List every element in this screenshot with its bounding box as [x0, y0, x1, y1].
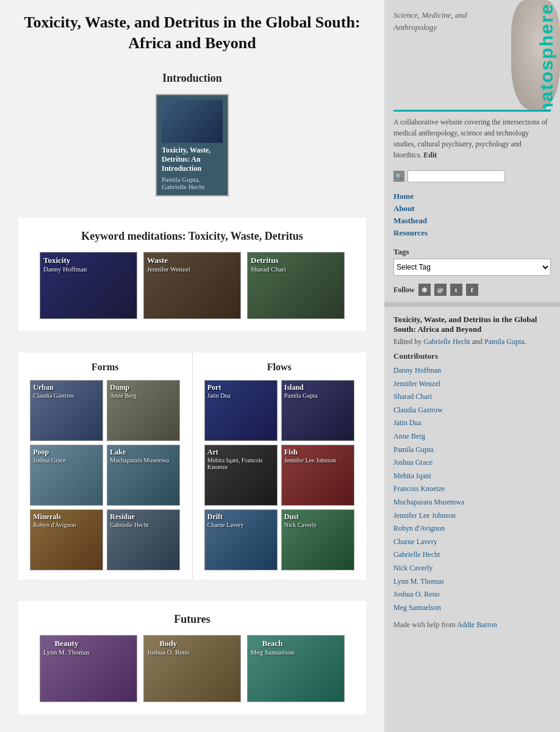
sidebar: Somatosphere Science, Medicine, and Anth…	[384, 0, 560, 732]
card-urban[interactable]: Urban Claudia Gastrow	[30, 380, 103, 441]
contributor-robyn-davignon[interactable]: Robyn d'Avignon	[393, 522, 551, 536]
card-dust[interactable]: Dust Nick Caverly	[281, 509, 354, 570]
card-minerals-author: Robyn d'Avignon	[33, 522, 76, 528]
card-poop-title: Poop	[33, 448, 66, 457]
kw-author-waste: Jennifer Wenzel	[147, 265, 190, 273]
contributor-jatin-dua[interactable]: Jatin Dua	[393, 417, 551, 430]
addie-barron-link[interactable]: Addie Barron	[457, 620, 497, 629]
card-dump-title: Dump	[110, 383, 136, 392]
card-lake-author: Muchaparara Musemwa	[110, 457, 169, 464]
twitter-icon[interactable]: t	[450, 284, 462, 296]
card-lake[interactable]: Lake Muchaparara Musemwa	[107, 445, 180, 506]
contributor-joshua-reno[interactable]: Joshua O. Reno	[393, 588, 551, 601]
search-input[interactable]	[407, 170, 505, 182]
card-dust-author: Nick Caverly	[284, 522, 317, 528]
contributor-lynn-thomas[interactable]: Lynn M. Thomas	[393, 575, 551, 589]
card-art[interactable]: Art Mehita Iqani, Francois Knoetze	[204, 445, 278, 506]
editor2-link[interactable]: Pamila Gupta	[484, 337, 525, 346]
contributor-claudia-gastrow[interactable]: Claudia Gastrow	[393, 404, 551, 417]
forms-section: Forms Urban Claudia Gastrow Dump Anne	[18, 353, 192, 580]
keyword-section-title: Keyword meditations: Toxicity, Waste, De…	[31, 230, 354, 243]
card-island[interactable]: Island Pamila Gupta	[281, 380, 354, 441]
intro-card[interactable]: Toxicity, Waste, Detritus: An Introducti…	[156, 94, 229, 196]
kw-card-waste[interactable]: Waste Jennifer Wenzel	[143, 252, 241, 319]
card-dump[interactable]: Dump Anne Berg	[107, 380, 180, 441]
keyword-cards: Toxicity Danny Hoffman Waste Jennifer We…	[31, 252, 354, 319]
flows-grid: Port Jatin Dua Island Pamila Gupta	[199, 380, 361, 570]
editor1-link[interactable]: Gabrielle Hecht	[423, 337, 470, 346]
card-residue-title: Residue	[110, 512, 149, 522]
contributor-jennifer-lee-johnson[interactable]: Jennifer Lee Johnson	[393, 509, 551, 523]
email-icon[interactable]: @	[434, 284, 447, 296]
nav-home[interactable]: Home	[393, 190, 551, 203]
keyword-section: Keyword meditations: Toxicity, Waste, De…	[18, 218, 366, 331]
card-beauty-author: Lynn M. Thomas	[43, 648, 90, 656]
card-drift[interactable]: Drift Charne Lavery	[204, 509, 278, 570]
nav-about[interactable]: About	[393, 203, 551, 215]
contributors-title: Contributors	[393, 351, 551, 361]
contributor-charne-lavery[interactable]: Charne Lavery	[393, 536, 551, 549]
contributor-pamila-gupta[interactable]: Pamila Gupta	[393, 443, 551, 457]
card-beach[interactable]: Beach Meg Samuelson	[247, 635, 345, 702]
card-beauty-title: Beauty	[43, 639, 90, 648]
facebook-icon[interactable]: f	[466, 284, 478, 296]
card-body[interactable]: Body Joshua O. Reno	[143, 635, 241, 702]
card-island-title: Island	[284, 383, 318, 392]
card-beach-title: Beach	[251, 639, 294, 648]
card-poop[interactable]: Poop Joshua Grace	[30, 445, 103, 506]
forms-flows-section: Forms Urban Claudia Gastrow Dump Anne	[18, 353, 366, 580]
intro-section: Introduction Toxicity, Waste, Detritus: …	[18, 72, 366, 196]
contributor-jennifer-wenzel[interactable]: Jennifer Wenzel	[393, 378, 551, 391]
card-body-title: Body	[147, 639, 189, 648]
sidebar-description: A collaborative website covering the int…	[384, 112, 560, 165]
kw-title-detritus: Detritus	[251, 256, 286, 265]
kw-author-detritus: Sharad Chari	[251, 265, 286, 273]
card-beach-author: Meg Samuelson	[251, 648, 294, 656]
card-body-author: Joshua O. Reno	[147, 648, 189, 656]
somatosphere-brand: Somatosphere	[536, 3, 557, 110]
intro-card-title: Toxicity, Waste, Detritus: An Introducti…	[162, 146, 223, 173]
follow-row: Follow ⊕ @ t f	[384, 281, 560, 299]
contributor-francois-knoetze[interactable]: Francois Knoetze	[393, 483, 551, 496]
card-beauty[interactable]: Beauty Lynn M. Thomas	[40, 635, 137, 702]
card-port[interactable]: Port Jatin Dua	[204, 380, 278, 441]
card-fish[interactable]: Fish Jennifer Lee Johnson	[281, 445, 354, 506]
card-dump-author: Anne Berg	[110, 392, 136, 399]
made-with: Made with help from Addie Barron	[393, 620, 551, 630]
contributor-anne-berg[interactable]: Anne Berg	[393, 430, 551, 443]
sidebar-search-area: 🔍	[384, 165, 560, 187]
card-fish-author: Jennifer Lee Johnson	[284, 457, 336, 464]
kw-card-detritus[interactable]: Detritus Sharad Chari	[247, 252, 345, 319]
contributor-muchaparara-musemwa[interactable]: Muchaparara Musemwa	[393, 496, 551, 509]
flows-section: Flows Port Jatin Dua Island Pamila Gu	[192, 353, 367, 580]
contributor-joshua-grace[interactable]: Joshua Grace	[393, 456, 551, 470]
sidebar-divider	[384, 302, 560, 307]
series-edited: Edited by Gabrielle Hecht and Pamila Gup…	[393, 337, 551, 346]
contributor-mehita-iqani[interactable]: Mehita Iqani	[393, 470, 551, 483]
intro-section-title: Introduction	[18, 72, 366, 85]
kw-author-toxicity: Danny Hoffman	[43, 265, 87, 273]
card-drift-title: Drift	[207, 512, 244, 522]
search-icon[interactable]: 🔍	[393, 171, 404, 182]
card-minerals[interactable]: Minerals Robyn d'Avignon	[30, 509, 103, 570]
nav-resources[interactable]: Resources	[393, 227, 551, 239]
kw-title-toxicity: Toxicity	[43, 256, 87, 265]
kw-card-toxicity[interactable]: Toxicity Danny Hoffman	[40, 252, 137, 319]
follow-label: Follow	[393, 285, 415, 295]
card-poop-author: Joshua Grace	[33, 457, 66, 464]
contributor-sharad-chari[interactable]: Sharad Chari	[393, 390, 551, 404]
flows-title: Flows	[199, 362, 361, 373]
contributor-meg-samuelson[interactable]: Meg Samuelson	[393, 601, 551, 615]
contributor-gabrielle-hecht[interactable]: Gabrielle Hecht	[393, 548, 551, 562]
card-residue[interactable]: Residue Gabrielle Hecht	[107, 509, 180, 570]
card-island-author: Pamila Gupta	[284, 392, 318, 399]
edit-link[interactable]: Edit	[423, 151, 437, 159]
tags-select[interactable]: Select Tag	[393, 259, 551, 276]
nav-masthead[interactable]: Masthead	[393, 215, 551, 227]
contributor-danny-hoffman[interactable]: Danny Hoffman	[393, 364, 551, 378]
sidebar-tagline: Science, Medicine, and Anthropology	[393, 9, 505, 33]
contributor-nick-caverly[interactable]: Nick Caverly	[393, 562, 551, 575]
rss-icon[interactable]: ⊕	[418, 284, 431, 296]
card-port-author: Jatin Dua	[207, 392, 231, 399]
card-art-title: Art	[207, 448, 277, 457]
